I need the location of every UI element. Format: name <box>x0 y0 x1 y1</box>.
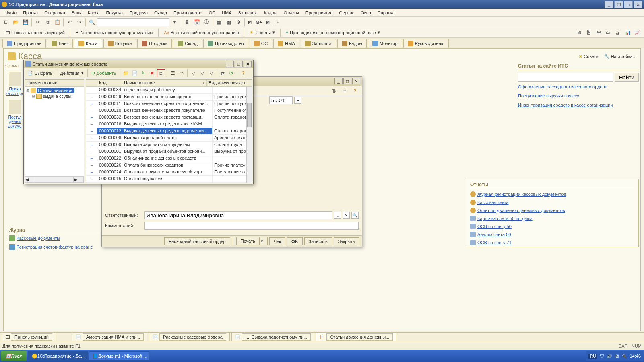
table-row[interactable]: –000000016Выдача денежных средств кассе … <box>86 121 252 128</box>
modal-close-button[interactable]: ✕ <box>244 61 252 67</box>
go-icon[interactable]: ⇄ <box>219 69 227 77</box>
task-1c[interactable]: 🟡 1С:Предприятие - Де... <box>28 351 88 361</box>
its-search-input[interactable] <box>518 73 613 82</box>
tab-monitor[interactable]: Монитор <box>368 39 402 48</box>
tab-os[interactable]: ОС <box>250 39 272 48</box>
order-write[interactable]: Записать <box>304 237 332 245</box>
ext-icon-2[interactable]: 🗄 <box>584 28 593 37</box>
comment-input[interactable] <box>144 222 359 230</box>
grid-vscroll[interactable] <box>246 87 252 183</box>
report-5[interactable]: ОСВ по счету 50 <box>470 224 634 229</box>
mark-delete-icon[interactable]: ⧄ <box>157 69 165 77</box>
list-icon[interactable]: ▾ <box>170 18 179 27</box>
tray-icon-3[interactable]: 🖥 <box>615 354 619 358</box>
menu-file[interactable]: Файл <box>2 10 20 16</box>
mark-m[interactable]: M <box>246 20 253 25</box>
refresh-icon[interactable]: ⟳ <box>227 69 235 77</box>
table-row[interactable]: –000000012Выдача денежных средств подотч… <box>86 128 252 135</box>
menu-help[interactable]: Справка <box>374 10 398 16</box>
ext-icon-4[interactable]: 🗂 <box>604 28 613 37</box>
oper-button[interactable]: АкВвести хозяйственную операцию <box>161 29 242 36</box>
tab-hr[interactable]: Кадры <box>337 39 367 48</box>
mark-mminus[interactable]: M- <box>264 20 273 25</box>
table-row[interactable]: –000000029Ввод остатков денежных средств… <box>86 94 252 101</box>
tab-cash[interactable]: Касса <box>74 39 102 48</box>
hierarchy-icon[interactable]: ☰ <box>169 69 177 77</box>
mark-mplus[interactable]: M+ <box>254 20 264 25</box>
ext-icon-7[interactable]: 📈 <box>633 28 642 37</box>
edit-icon[interactable]: ✎ <box>139 69 147 77</box>
tab-enterprise[interactable]: Предприятие <box>2 39 46 48</box>
its-link-3[interactable]: Инвентаризация средств в кассе организац… <box>518 102 639 108</box>
lang-indicator[interactable]: RU <box>588 354 597 359</box>
tips-button[interactable]: ☀Советы▾ <box>247 29 277 36</box>
set-org-button[interactable]: ✔Установить основную организацию <box>73 29 156 36</box>
menu-edit[interactable]: Правка <box>20 10 41 16</box>
scheme-icon-1[interactable] <box>9 72 21 86</box>
calendar-icon[interactable]: 📅 <box>192 18 201 27</box>
ext-icon-3[interactable]: 🗃 <box>594 28 603 37</box>
order-tool-1[interactable]: ⇅ <box>330 86 339 95</box>
table-row[interactable]: –000000008Выплата арендной платыАрендные… <box>86 135 252 142</box>
responsible-choose[interactable]: … <box>334 212 341 219</box>
responsible-open[interactable]: 🔍 <box>351 212 359 219</box>
table-row[interactable]: –000000015Оплата покупателя <box>86 176 252 183</box>
save-icon[interactable]: 💾 <box>21 18 30 27</box>
order-min-button[interactable]: _ <box>334 78 343 84</box>
menu-sale[interactable]: Продажа <box>126 10 151 16</box>
menu-cash[interactable]: Касса <box>85 10 103 16</box>
undo-icon[interactable]: ↶ <box>65 18 74 27</box>
restore-button[interactable]: ❐ <box>614 1 623 8</box>
page-tips[interactable]: ☀Советы <box>578 54 599 59</box>
tray-icon-4[interactable]: 🔌 <box>621 354 627 359</box>
order-receipt[interactable]: Чек <box>269 237 285 245</box>
grid-icon[interactable]: ▩ <box>224 18 233 27</box>
menu-prod[interactable]: Производство <box>170 10 206 16</box>
close-button[interactable]: ✕ <box>634 1 642 8</box>
order-max-button[interactable]: □ <box>343 78 351 84</box>
its-find-button[interactable]: Найти <box>615 73 639 82</box>
tray-icon-1[interactable]: 🛡 <box>600 354 604 358</box>
select-button[interactable]: 📑 Выбрать <box>25 69 54 77</box>
filter-off-icon[interactable]: ▽ <box>207 69 215 77</box>
mdi-panel[interactable]: 🗔 Панель функций <box>2 332 56 342</box>
task-word[interactable]: 📘 Документ1 - Microsoft ... <box>89 351 149 361</box>
mdi-win-3[interactable]: 📄 ...: Выдача подотчетному ли... <box>231 332 315 342</box>
delete-icon[interactable]: ✖ <box>148 69 156 77</box>
tray-icon-2[interactable]: 🔊 <box>607 354 612 359</box>
guide-button[interactable]: ⌖Путеводитель по демонстрационной базе▾ <box>283 29 383 36</box>
tab-bank[interactable]: Банк <box>47 39 73 48</box>
cut-icon[interactable]: ✂ <box>33 18 42 27</box>
tree-root[interactable]: ⊟ Статьи движения <box>26 88 83 93</box>
menu-salary[interactable]: Зарплата <box>235 10 261 16</box>
tree-hscroll[interactable]: ◀▶ <box>25 176 84 183</box>
tab-purchase[interactable]: Покупка <box>103 39 136 48</box>
ext-icon-6[interactable]: 📊 <box>623 28 632 37</box>
table-row[interactable]: –000000011Возврат денежных средств подот… <box>86 101 252 107</box>
order-print-main[interactable]: Расходный кассовый ордер <box>164 237 230 245</box>
filter2-icon[interactable]: ▽ <box>198 69 206 77</box>
order-tool-2[interactable]: ≡ <box>340 86 349 95</box>
report-3[interactable]: Отчет по движению денежных документов <box>470 208 634 213</box>
mdi-win-4[interactable]: 📋 Статьи движения денежны... <box>316 332 396 342</box>
tab-sale[interactable]: Продажа <box>137 39 172 48</box>
col-kind[interactable]: Вид движения дене... <box>207 80 246 86</box>
search-input[interactable] <box>97 18 169 26</box>
menu-bank[interactable]: Банк <box>68 10 85 16</box>
order-ok[interactable]: OK <box>287 237 303 245</box>
scheme-icon-2[interactable] <box>9 100 21 114</box>
menu-hr[interactable]: Кадры <box>261 10 281 16</box>
table-row[interactable]: –000000024Оплата от покупателя платежной… <box>86 169 252 176</box>
maximize-button[interactable]: □ <box>624 1 633 8</box>
order-help-icon[interactable]: ? <box>351 86 359 95</box>
tab-boss[interactable]: Руководителю <box>403 39 449 48</box>
tab-stock[interactable]: Склад <box>173 39 202 48</box>
modal-titlebar[interactable]: Статьи движения денежных средств _ □ ✕ <box>24 60 253 68</box>
journal-link-1[interactable]: Кассовые документы <box>9 235 93 241</box>
table-row[interactable]: –000000022Обналичивание денежных средств <box>86 155 252 162</box>
menu-purchase[interactable]: Покупка <box>103 10 126 16</box>
ext-icon-5[interactable]: 🖨 <box>613 28 622 37</box>
report-7[interactable]: ОСВ по счету 71 <box>470 240 634 245</box>
clock[interactable]: 14:46 <box>630 354 641 358</box>
ext-icon-1[interactable]: 🖥 <box>575 28 584 37</box>
